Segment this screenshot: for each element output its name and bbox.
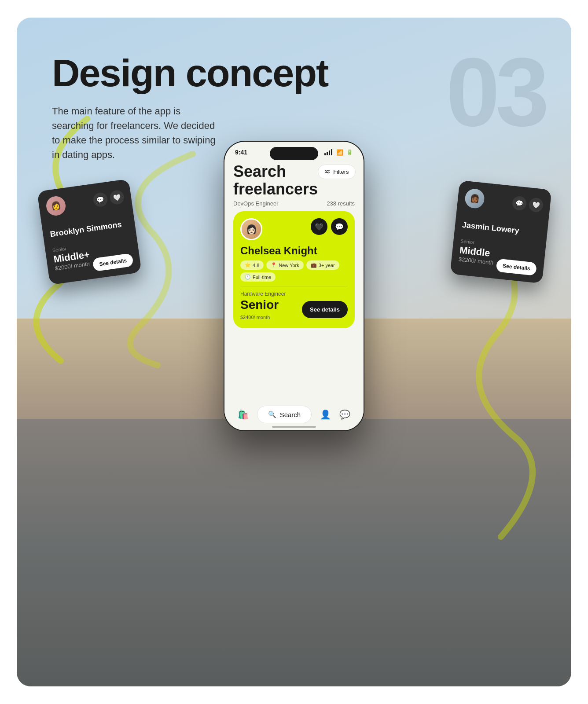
active-freelancer-card: 👩🏻 🖤 💬 Chelsea Knight ⭐ 4.8 xyxy=(233,211,355,328)
wifi-icon: 📶 xyxy=(336,149,343,156)
filters-button[interactable]: Filters xyxy=(318,165,355,179)
left-see-details-button[interactable]: See details xyxy=(92,253,134,271)
home-nav-icon[interactable]: 🛍️ xyxy=(238,409,249,420)
card-actions: 🖤 💬 xyxy=(311,218,348,235)
screen-title-line1: Search xyxy=(233,163,318,180)
avatar: 👩🏻 xyxy=(242,220,261,239)
message-icon[interactable]: 💬 xyxy=(511,195,527,211)
search-nav-button[interactable]: 🔍 Search xyxy=(257,406,312,423)
search-icon: 🔍 xyxy=(268,411,276,418)
filters-icon xyxy=(324,169,331,175)
location-tag: 📍 New York xyxy=(266,260,303,270)
left-card-name: Brooklyn Simmons xyxy=(50,219,129,239)
card-bottom-row: Senior $2400/ month See details xyxy=(240,298,348,321)
heart-button[interactable]: 🖤 xyxy=(311,218,327,235)
card-level-price: Senior $2400/ month xyxy=(240,298,279,321)
briefcase-icon: 💼 xyxy=(311,262,317,268)
phone-screen: 9:41 📶 🔋 xyxy=(224,142,364,430)
left-card-avatar: 👩 xyxy=(45,195,67,217)
profile-nav-icon[interactable]: 👤 xyxy=(320,409,331,420)
left-card-actions: 💬 🤍 xyxy=(92,189,125,207)
messages-nav-icon[interactable]: 💬 xyxy=(339,409,350,420)
employment-tag: 🕐 Full-time xyxy=(240,272,276,282)
right-freelancer-card: 👩🏾 💬 🤍 Jasmin Lowery Senior Middle $2200… xyxy=(450,180,551,284)
home-indicator xyxy=(272,426,316,428)
right-card-avatar: 👩🏾 xyxy=(464,188,485,209)
screen-title-line2: freelancers xyxy=(233,180,318,198)
svg-point-3 xyxy=(328,172,329,173)
card-avatar: 👩🏻 xyxy=(240,218,262,240)
card-level: Senior xyxy=(240,298,279,312)
rating-tag: ⭐ 4.8 xyxy=(240,260,264,270)
filters-label: Filters xyxy=(333,169,349,175)
page-title: Design concept xyxy=(52,53,328,93)
heart-icon[interactable]: 🤍 xyxy=(528,197,544,213)
status-icons: 📶 🔋 xyxy=(324,149,353,156)
right-card-header: 👩🏾 💬 🤍 xyxy=(464,188,544,215)
deco-number: 03 xyxy=(446,44,545,141)
right-see-details-button[interactable]: See details xyxy=(496,258,537,275)
search-header: Search freelancers Filters xyxy=(233,163,355,198)
svg-point-2 xyxy=(326,170,327,171)
card-tags-row2: 🕐 Full-time xyxy=(240,272,348,282)
message-icon[interactable]: 💬 xyxy=(92,192,108,208)
signal-icon xyxy=(324,149,332,155)
experience-tag: 💼 3+ year xyxy=(306,260,339,270)
star-icon: ⭐ xyxy=(245,262,251,268)
avatar: 👩🏾 xyxy=(464,188,485,209)
clock-icon: 🕐 xyxy=(245,274,251,280)
results-count: 238 results xyxy=(327,200,355,207)
battery-icon: 🔋 xyxy=(346,149,353,155)
status-time: 9:41 xyxy=(235,149,247,156)
card-tags: ⭐ 4.8 📍 New York 💼 3+ year xyxy=(240,260,348,270)
right-card-name: Jasmin Lowery xyxy=(462,220,540,238)
right-card-actions: 💬 🤍 xyxy=(511,195,544,213)
location-icon: 📍 xyxy=(271,262,277,268)
message-button[interactable]: 💬 xyxy=(331,218,348,235)
phone-content: Search freelancers Filters xyxy=(224,163,364,328)
heart-icon[interactable]: 🤍 xyxy=(109,189,125,205)
card-price: $2400/ month xyxy=(240,312,279,321)
left-card-header: 👩 💬 🤍 xyxy=(45,187,125,216)
search-category: DevOps Engineer xyxy=(233,200,279,207)
main-container: 03 Design concept The main feature of th… xyxy=(17,18,571,686)
page-subtitle: The main feature of the app is searching… xyxy=(52,104,219,162)
phone-mockup: 9:41 📶 🔋 xyxy=(224,141,364,431)
card-name: Chelsea Knight xyxy=(240,245,348,257)
left-freelancer-card: 👩 💬 🤍 Brooklyn Simmons Senior Middle+ $2… xyxy=(37,179,142,285)
see-details-button[interactable]: See details xyxy=(302,301,348,318)
search-nav-label: Search xyxy=(280,411,301,418)
phone-frame: 9:41 📶 🔋 xyxy=(224,141,364,431)
card-top-row: 👩🏻 🖤 💬 xyxy=(240,218,348,240)
search-meta: DevOps Engineer 238 results xyxy=(233,200,355,207)
avatar: 👩 xyxy=(45,195,67,217)
card-divider xyxy=(240,286,348,286)
phone-notch xyxy=(270,147,318,160)
card-profession: Hardware Engineer xyxy=(240,291,348,297)
